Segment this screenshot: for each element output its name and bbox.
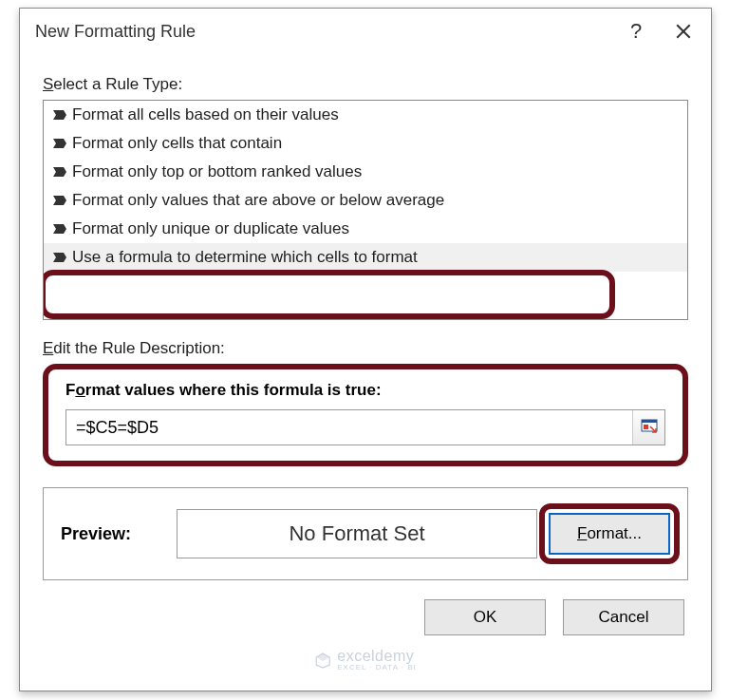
rule-type-item[interactable]: Format only values that are above or bel… — [44, 186, 687, 215]
rule-type-item-selected[interactable]: Use a formula to determine which cells t… — [44, 243, 687, 272]
cancel-button[interactable]: Cancel — [563, 599, 684, 635]
rule-arrow-icon — [53, 167, 72, 177]
dialog-title: New Formatting Rule — [35, 22, 612, 42]
svg-marker-2 — [53, 110, 66, 120]
preview-label: Preview: — [61, 524, 165, 544]
rule-type-item[interactable]: Format all cells based on their values — [44, 101, 687, 129]
formula-group: Format values where this formula is true… — [43, 364, 688, 466]
rule-type-item[interactable]: Format only cells that contain — [44, 129, 687, 158]
watermark-icon — [314, 652, 331, 669]
formula-label: Format values where this formula is true… — [65, 381, 665, 400]
svg-marker-7 — [53, 253, 66, 262]
range-selector-button[interactable] — [632, 410, 664, 445]
range-selector-icon — [641, 419, 658, 436]
rule-arrow-icon — [53, 139, 72, 148]
rule-arrow-icon — [53, 196, 72, 205]
close-button[interactable] — [660, 13, 707, 49]
svg-marker-3 — [53, 139, 66, 148]
rule-type-item[interactable]: Format only top or bottom ranked values — [44, 158, 687, 186]
watermark: exceldemy EXCEL · DATA · BI — [314, 648, 417, 672]
format-button-wrap: Format... — [549, 513, 670, 555]
svg-marker-5 — [53, 196, 66, 205]
rule-arrow-icon — [53, 224, 72, 234]
close-icon — [675, 23, 692, 40]
svg-rect-10 — [644, 425, 648, 429]
dialog-body: Select a Rule Type: Format all cells bas… — [20, 54, 711, 651]
svg-rect-9 — [642, 420, 657, 423]
rule-arrow-icon — [53, 110, 72, 120]
new-formatting-rule-dialog: New Formatting Rule ? Select a Rule Type… — [19, 8, 712, 691]
help-button[interactable]: ? — [612, 13, 660, 49]
rule-arrow-icon — [53, 253, 72, 262]
edit-rule-description: Edit the Rule Description: Format values… — [43, 339, 688, 580]
select-rule-type-label: Select a Rule Type: — [43, 75, 688, 94]
formula-input[interactable] — [66, 410, 632, 445]
preview-group: Preview: No Format Set Format... — [43, 487, 688, 580]
preview-box: No Format Set — [177, 509, 537, 558]
highlight-selected-rule — [43, 270, 615, 319]
dialog-footer: OK Cancel — [43, 599, 688, 635]
rule-type-list[interactable]: Format all cells based on their values F… — [43, 100, 688, 320]
svg-marker-4 — [53, 167, 66, 177]
format-button[interactable]: Format... — [549, 513, 670, 555]
svg-marker-11 — [316, 653, 329, 668]
rule-type-item[interactable]: Format only unique or duplicate values — [44, 215, 687, 243]
svg-marker-12 — [316, 653, 329, 661]
ok-button[interactable]: OK — [424, 599, 546, 635]
formula-input-row — [65, 409, 665, 445]
edit-rule-label: Edit the Rule Description: — [43, 339, 688, 358]
titlebar: New Formatting Rule ? — [20, 9, 711, 54]
svg-marker-6 — [53, 224, 66, 234]
